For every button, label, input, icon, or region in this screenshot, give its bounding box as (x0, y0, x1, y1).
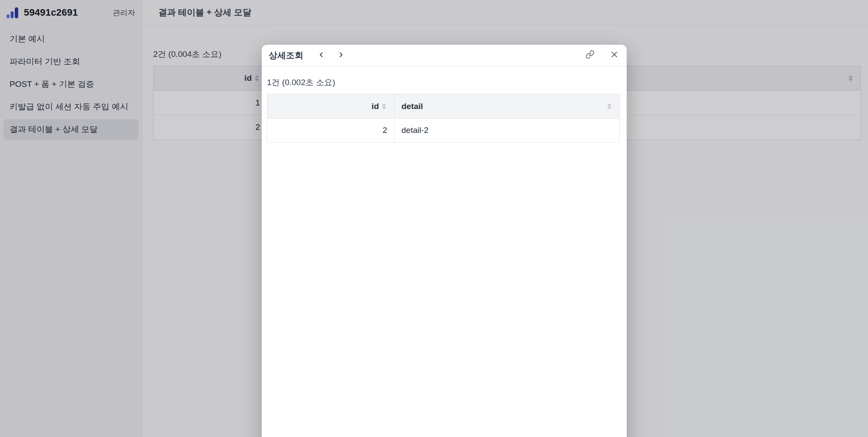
column-header-id[interactable]: id (267, 94, 395, 118)
detail-table-header: id detail (267, 94, 619, 119)
sort-icon (606, 103, 612, 110)
close-modal-button[interactable] (608, 50, 620, 61)
modal-title: 상세조회 (269, 50, 303, 61)
detail-table: id detail (267, 94, 620, 142)
chevron-left-icon (317, 51, 325, 60)
column-label-detail: detail (401, 102, 423, 111)
modal-body: 1건 (0.002초 소요) id detail (262, 66, 627, 149)
copy-link-button[interactable] (584, 50, 595, 61)
chevron-right-icon (337, 51, 345, 60)
app-root: 59491c2691 관리자 기본 예시 파라미터 기반 조회 POST + 폼… (0, 0, 868, 437)
prev-record-button[interactable] (316, 50, 327, 61)
sort-icon (381, 103, 387, 110)
modal-header: 상세조회 (262, 45, 627, 66)
detail-table-body: 2 detail-2 (267, 119, 619, 142)
cell-detail: detail-2 (395, 119, 619, 142)
link-icon (585, 50, 595, 60)
cell-id: 2 (267, 119, 395, 142)
detail-modal: 상세조회 (262, 45, 627, 437)
column-label-id: id (372, 102, 379, 111)
table-row: 2 detail-2 (267, 119, 619, 142)
next-record-button[interactable] (335, 50, 347, 61)
modal-result-count: 1건 (0.002초 소요) (267, 77, 620, 88)
close-icon (610, 50, 618, 60)
column-header-detail[interactable]: detail (395, 94, 619, 118)
